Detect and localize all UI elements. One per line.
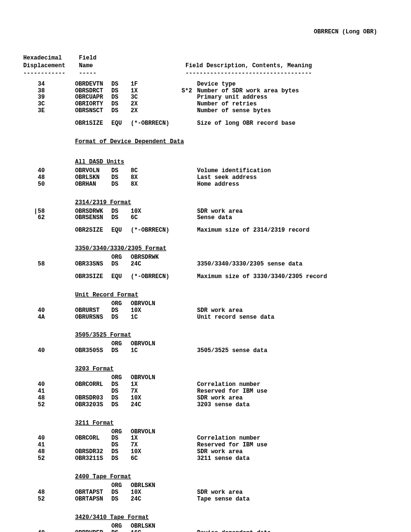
cell-disp [19,227,75,234]
cell-disp: 48 [19,449,75,456]
cell-len: 10X [131,395,182,402]
cell-name: OBR3505S [75,348,111,355]
column-header-line2: Displacement Name Field Description, Con… [19,63,392,70]
cell-desc: SDR work area [197,308,392,314]
cell-desc: Number of retries [197,101,392,108]
cell-flag [182,530,197,532]
org-row: ORG OBRVOLN [19,429,392,436]
cell-disp: 48 [19,395,75,402]
cell-op: ORG [111,483,131,489]
section-title: 3203 Format [75,366,392,373]
cell-flag [182,435,197,442]
cell-desc: Sense data [197,215,392,222]
cell-orgval: OBRSDRWK [131,254,182,261]
cell-op: DS [111,456,131,462]
cell-disp: 40 [19,348,75,355]
cell-flag [182,308,197,314]
cell-op: DS [111,395,131,402]
cell-len: 8C [131,168,182,175]
cell-flag [182,208,197,215]
cell-op: DS [111,181,131,188]
cell-disp [19,120,75,127]
cell-op: ORG [111,375,131,382]
cell-len: 3C [131,94,182,101]
cell-len: 10X [131,449,182,456]
cell-len: 6C [131,456,182,462]
column-header-line1: Hexadecimal Field [19,55,392,62]
header-disp-1: Hexadecimal [19,55,79,62]
cell-desc: Correlation number [197,435,392,442]
data-row: 52 OBRTAPSN DS 24C Tape sense data [19,496,392,503]
cell-flag [182,314,197,321]
cell-flag [182,175,197,181]
cell-disp: 40 [19,308,75,314]
rule-desc: ------------------------------------ [185,71,392,77]
cell-len: 2X [131,101,182,108]
cell-op: DS [111,308,131,314]
cell-len: 10X [131,489,182,496]
data-row: 48 OBRSDR03 DS 10X SDR work area [19,395,392,402]
cell-op: DS [111,314,131,321]
data-row: OBR1SIZE EQU (*-OBRRECN) Size of long OB… [19,120,392,127]
data-row: 39 OBRCUAPR DS 3C Primary unit address [19,94,392,101]
cell-name: OBRCORL [75,435,111,442]
cell-orgval: OBRVOLN [131,429,182,436]
cell-len: 1X [131,382,182,388]
cell-disp: 52 [19,456,75,462]
cell-flag [182,489,197,496]
cell-flag [182,101,197,108]
cell-name: OBRSDRCT [75,88,111,95]
cell-op: DS [111,442,131,449]
cell-op: EQU [111,227,131,234]
cell-flag [182,274,197,281]
data-row: 40 OBRURST DS 10X SDR work area [19,308,392,314]
cell-disp: 50 [19,181,75,188]
cell-desc: Maximum size of 3330/3340/2305 record [197,274,392,281]
cell-flag [182,449,197,456]
cell-disp: 58 [19,208,75,215]
cell-len: 7X [131,442,182,449]
section-title: 3211 Format [75,420,392,427]
cell-flag [182,395,197,402]
cell-desc: Number of sense bytes [197,108,392,115]
cell-disp: 40 [19,435,75,442]
data-row: 48 OBRSDR32 DS 10X SDR work area [19,449,392,456]
section-title: All DASD Units [75,159,392,166]
cell-name: OBRSNSCT [75,108,111,115]
data-row: 41 DS 7X Reserved for IBM use [19,442,392,449]
cell-op: DS [111,101,131,108]
cell-len: 6C [131,215,182,222]
cell-op: DS [111,168,131,175]
cell-name: OBRTAPSN [75,496,111,503]
cell-name: OBR3203S [75,402,111,409]
cell-desc: Maximum size of 2314/2319 record [197,227,392,234]
cell-op: ORG [111,429,131,436]
cell-name: OBRURST [75,308,111,314]
cell-disp: 40 [19,382,75,388]
cell-desc: Primary unit address [197,94,392,101]
cell-disp: 52 [19,402,75,409]
cell-flag [182,382,197,388]
cell-flag [182,181,197,188]
rule-disp: ------------ [19,71,79,77]
cell-flag [182,442,197,449]
cell-desc: Tape sense data [197,496,392,503]
section-title: Unit Record Format [75,292,392,299]
cell-orgval: OBRLSKN [131,483,182,489]
cell-len: (*-OBRRECN) [131,227,182,234]
cell-flag [182,227,197,234]
cell-len: 1X [131,435,182,442]
org-row: ORG OBRVOLN [19,375,392,382]
cell-desc: Correlation number [197,382,392,388]
header-name-1: Field [79,55,185,62]
section-title: 3505/3525 Format [75,332,392,339]
cell-name: OBR2SIZE [75,227,111,234]
data-row: 40 OBRVOLN DS 8C Volume identification [19,168,392,175]
org-row: ORG OBRLSKN [19,523,392,530]
cell-len: (*-OBRRECN) [131,274,182,281]
data-row: 3C OBRIORTY DS 2X Number of retries [19,101,392,108]
data-row: 48 OBRTAPST DS 10X SDR work area [19,489,392,496]
cell-flag [182,81,197,88]
cell-name [75,442,111,449]
data-row: 41 DS 7X Reserved for IBM use [19,388,392,395]
